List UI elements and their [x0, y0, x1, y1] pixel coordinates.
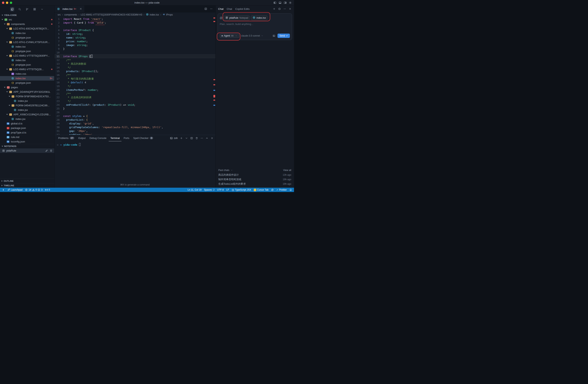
outline-section-header[interactable]: OUTLINE: [0, 179, 54, 183]
tree-item-proptype-json[interactable]: {}proptype.json: [0, 35, 54, 40]
tree-item-form-34540297b1124c89-[interactable]: FORM-34540297B1124C89...: [0, 103, 54, 108]
tree-item-index-jsx[interactable]: index.jsx: [0, 108, 54, 112]
eol-indicator[interactable]: LF: [226, 189, 229, 191]
close-chat-icon[interactable]: [289, 7, 292, 10]
close-panel-icon[interactable]: [211, 137, 213, 140]
chat-tab-2[interactable]: Copilot Edits: [235, 7, 250, 10]
terminal-profile-dropdown-icon[interactable]: [185, 137, 188, 140]
tree-item-package-json[interactable]: npackage.json: [0, 126, 54, 130]
agent-mode-selector[interactable]: ∞ Agent ⌘I: [220, 34, 239, 38]
context-pill-yidarule[interactable]: yidaRuleNotepad: [224, 16, 250, 20]
panel-tab-debug-console[interactable]: Debug Console: [88, 135, 108, 141]
notepad-item-yidarule[interactable]: yidaRule: [0, 148, 54, 153]
tree-item-app-xi08cv219nqylcd1rb-[interactable]: APP_XI08CV219NQYLCD1RB...: [0, 112, 54, 117]
more-editor-actions-icon[interactable]: [210, 7, 213, 10]
notepads-section-header[interactable]: NOTEPADS: [0, 144, 54, 148]
feedback-button[interactable]: [271, 189, 274, 191]
new-terminal-icon[interactable]: [180, 137, 183, 140]
past-chat-item[interactable]: 制作简单贪吃蛇游戏19h ago: [218, 177, 291, 182]
tree-item-index-tsx[interactable]: index.tsx: [0, 58, 54, 63]
panel-tab-output[interactable]: Output: [76, 135, 87, 141]
editor-tab-index-tsx[interactable]: index.tsx 9+: [54, 5, 85, 12]
more-chat-actions-icon[interactable]: [283, 7, 286, 10]
chat-input-box[interactable]: @ yidaRuleNotepadindex.tsx Plan, search,…: [218, 13, 292, 40]
tree-item-index-tsx[interactable]: index.tsx9+: [0, 76, 54, 81]
tree-item-index-tsx[interactable]: index.tsx: [0, 44, 54, 49]
breadcrumb-item[interactable]: IProps: [163, 13, 173, 16]
tree-item-lcc-6ta1-cvnklxtsf0jur-[interactable]: LCC-6TA1-CVNKLXTSF0JUR...: [0, 40, 54, 44]
overview-ruler[interactable]: [213, 17, 215, 135]
close-tab-icon[interactable]: [79, 7, 82, 10]
indentation-indicator[interactable]: Spaces: 2: [204, 189, 214, 191]
view-all-link[interactable]: View all: [283, 169, 291, 171]
tree-item-pages[interactable]: pages: [0, 85, 54, 90]
tree-item-app-dd4iinqpf1ry32o2081l[interactable]: APP_DD4IINQPF1RY32O2081L: [0, 90, 54, 94]
tree-item-src[interactable]: src: [0, 17, 54, 22]
split-terminal-icon[interactable]: [190, 137, 193, 140]
terminal[interactable]: →yida-code ⌘K to generate a command: [54, 141, 215, 188]
problems-indicator[interactable]: 14 0 3: [25, 189, 42, 191]
breadcrumb-item[interactable]: index.tsx: [146, 13, 159, 17]
tree-item-index-css[interactable]: #index.css: [0, 71, 54, 76]
breadcrumb-item[interactable]: src: [58, 13, 61, 16]
add-context-button[interactable]: @: [220, 16, 222, 20]
tree-item-proptype-json[interactable]: {}proptype.json: [0, 49, 54, 53]
chat-tab-0[interactable]: Chat: [218, 7, 223, 10]
launchpad-button[interactable]: Launchpad: [7, 189, 22, 191]
toggle-primary-sidebar-icon[interactable]: [273, 1, 276, 4]
minimize-window-button[interactable]: [6, 1, 8, 4]
cursor-tab-indicator[interactable]: Cursor Tab: [254, 189, 269, 191]
panel-tab-spell-checker[interactable]: Spell Checker3: [131, 135, 155, 141]
chat-history-icon[interactable]: [278, 7, 281, 10]
context-pill-index-tsx[interactable]: index.tsx: [251, 16, 267, 20]
toggle-panel-icon[interactable]: [279, 1, 281, 4]
close-window-button[interactable]: [2, 1, 4, 4]
terminal-shell-button[interactable]: zsh: [170, 137, 178, 140]
tree-item-proptype-json[interactable]: {}proptype.json: [0, 63, 54, 67]
cursor-position-indicator[interactable]: Ln 11, Col 19: [188, 189, 202, 191]
tree-item-index-tsx[interactable]: index.tsx: [0, 31, 54, 35]
tree-item-index-jsx[interactable]: index.jsx: [0, 117, 54, 121]
source-control-icon[interactable]: [25, 7, 29, 11]
kill-terminal-icon[interactable]: [195, 137, 198, 140]
tree-item-rule-md[interactable]: Mrule.md: [0, 135, 54, 139]
tree-item-form-5f8f068dae0c4753-[interactable]: FORM-5F8F068DAE0C4753...: [0, 94, 54, 99]
explorer-icon[interactable]: [10, 7, 14, 11]
code-editor[interactable]: 1import React from 'react';2import { Car…: [54, 17, 215, 135]
tree-item-global-d-ts[interactable]: TSglobal.d.ts: [0, 121, 54, 126]
tree-item-lcc-6w61-vttstsq2830py-[interactable]: LCC-6W61-VTTSTSQ2830PY...: [0, 53, 54, 58]
panel-tab-terminal[interactable]: Terminal: [109, 135, 122, 141]
explorer-section-header[interactable]: YIDA-CODE: [0, 13, 54, 17]
settings-icon[interactable]: [289, 1, 292, 4]
language-mode-indicator[interactable]: {} TypeScript JSX: [231, 189, 251, 191]
chat-input-placeholder[interactable]: Plan, search, build anything...: [220, 22, 290, 25]
new-chat-icon[interactable]: [273, 7, 275, 10]
more-views-icon[interactable]: [40, 7, 44, 11]
delete-notepad-button[interactable]: [50, 149, 52, 152]
past-chat-item[interactable]: 商品列表组件设计13h ago: [218, 172, 291, 177]
past-chat-item[interactable]: 生成TodoList组件的要求19h ago: [218, 182, 291, 186]
notifications-bell[interactable]: [289, 189, 292, 191]
panel-tab-ports[interactable]: Ports: [122, 135, 131, 141]
tree-item-proptype-json[interactable]: {}proptype.json: [0, 81, 54, 85]
search-icon[interactable]: [18, 7, 22, 11]
send-button[interactable]: Send ↵: [277, 34, 290, 38]
ports-indicator[interactable]: 0: [45, 189, 50, 191]
toggle-secondary-sidebar-icon[interactable]: [284, 1, 287, 4]
encoding-indicator[interactable]: UTF-8: [217, 189, 224, 191]
tree-item-proptype-d-ts[interactable]: TSpropType.d.ts: [0, 130, 54, 135]
maximize-panel-icon[interactable]: [206, 137, 208, 140]
remote-indicator[interactable]: [2, 189, 5, 191]
zoom-window-button[interactable]: [10, 1, 12, 4]
tree-item-lcc-6ta1-83cnqu97bqx7i-[interactable]: LCC-6TA1-83CNQU97BQX7I...: [0, 26, 54, 31]
attach-image-button[interactable]: [273, 34, 275, 37]
tree-item-index-jsx[interactable]: index.jsx: [0, 99, 54, 103]
model-selector[interactable]: claude-3.5-sonnet: [241, 34, 264, 37]
timeline-section-header[interactable]: TIMELINE: [0, 183, 54, 188]
prettier-indicator[interactable]: ✓ Prettier: [276, 189, 287, 191]
chat-tab-1[interactable]: Chat: [227, 7, 232, 10]
breadcrumb-item[interactable]: LCC-6W61-VTTSTSQ2830PYANR4CW23-H3CS3D8M-…: [81, 13, 142, 16]
more-panel-actions-icon[interactable]: [200, 137, 203, 140]
split-editor-icon[interactable]: [204, 7, 207, 10]
extensions-icon[interactable]: [32, 7, 37, 11]
